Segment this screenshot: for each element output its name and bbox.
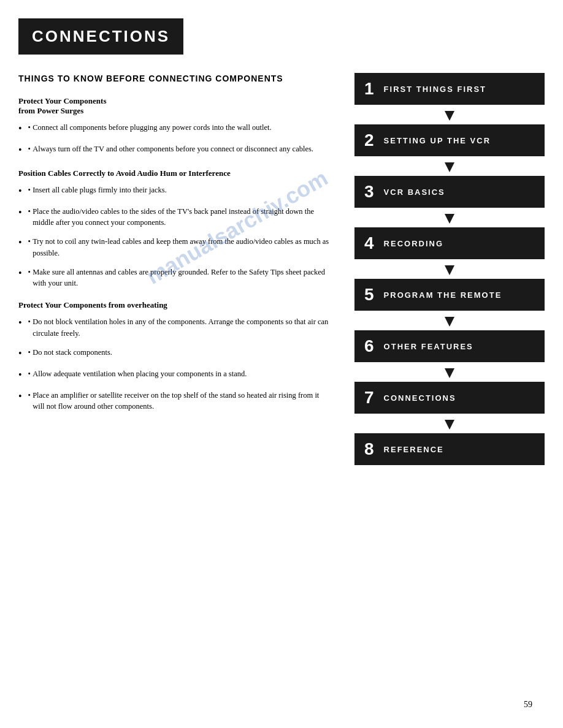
list-item: • Place the audio/video cables to the si…: [18, 206, 330, 229]
svg-marker-5: [445, 368, 454, 378]
arrow-4: [354, 262, 545, 279]
svg-marker-1: [445, 162, 454, 172]
list-item: • Place an amplifier or satellite receiv…: [18, 390, 330, 413]
nav-bar-3[interactable]: 3 VCR BASICS: [354, 176, 545, 208]
nav-number-3: 3: [364, 183, 375, 200]
list-item: • Connect all components before plugging…: [18, 122, 330, 136]
nav-item-5[interactable]: 5 PROGRAM THE REMOTE: [354, 279, 545, 311]
bullet-text: Connect all components before plugging a…: [33, 122, 272, 134]
list-item: • Do not block ventilation holes in any …: [18, 316, 330, 339]
nav-bar-2[interactable]: 2 SETTING UP THE VCR: [354, 124, 545, 156]
bullet-text: Insert all cable plugs firmly into their…: [33, 184, 167, 196]
nav-number-6: 6: [364, 338, 375, 355]
page-header: CONNECTIONS: [18, 18, 183, 55]
nav-label-2: SETTING UP THE VCR: [384, 136, 491, 145]
nav-label-5: PROGRAM THE REMOTE: [384, 290, 502, 300]
bullet-text: Place the audio/video cables to the side…: [33, 206, 330, 229]
nav-label-8: REFERENCE: [384, 445, 444, 454]
bullet-list-2: • Insert all cable plugs firmly into the…: [18, 184, 330, 290]
bullet-text: Do not stack components.: [33, 347, 112, 358]
nav-bar-8[interactable]: 8 REFERENCE: [354, 433, 545, 465]
bullet-icon: •: [28, 122, 33, 134]
bullet-icon: •: [28, 347, 33, 358]
list-item: • Always turn off the TV and other compo…: [18, 143, 330, 157]
page-title: CONNECTIONS: [32, 27, 170, 46]
nav-item-8[interactable]: 8 REFERENCE: [354, 433, 545, 465]
section-title: THINGS TO KNOW BEFORE CONNECTING COMPONE…: [18, 73, 330, 85]
bullet-text: Make sure all antennas and cables are pr…: [33, 267, 330, 290]
list-item: • Make sure all antennas and cables are …: [18, 267, 330, 290]
nav-item-3[interactable]: 3 VCR BASICS: [354, 176, 545, 208]
bullet-text: Allow adequate ventilation when placing …: [33, 368, 247, 380]
bullet-icon: •: [28, 206, 33, 218]
arrow-3: [354, 210, 545, 227]
nav-item-2[interactable]: 2 SETTING UP THE VCR: [354, 124, 545, 156]
svg-marker-4: [445, 317, 454, 327]
svg-marker-6: [445, 420, 454, 430]
list-item: • Insert all cable plugs firmly into the…: [18, 184, 330, 199]
bullet-icon: •: [28, 236, 33, 248]
bullet-icon: •: [28, 267, 33, 278]
bullet-list-1: • Connect all components before plugging…: [18, 122, 330, 157]
bullet-icon: •: [28, 368, 33, 380]
arrow-1: [354, 107, 545, 124]
subsection-title-1: Protect Your Componentsfrom Power Surges: [18, 96, 330, 116]
nav-bar-4[interactable]: 4 RECORDING: [354, 227, 545, 259]
nav-label-4: RECORDING: [384, 239, 443, 248]
nav-bar-7[interactable]: 7 CONNECTIONS: [354, 382, 545, 414]
bullet-text: Try not to coil any twin-lead cables and…: [33, 236, 330, 259]
nav-bar-6[interactable]: 6 OTHER FEATURES: [354, 330, 545, 362]
arrow-6: [354, 365, 545, 382]
nav-bar-5[interactable]: 5 PROGRAM THE REMOTE: [354, 279, 545, 311]
page-number: 59: [524, 700, 532, 710]
svg-marker-3: [445, 265, 454, 275]
list-item: • Allow adequate ventilation when placin…: [18, 368, 330, 382]
nav-label-7: CONNECTIONS: [384, 393, 456, 403]
nav-item-4[interactable]: 4 RECORDING: [354, 227, 545, 259]
bullet-list-3: • Do not block ventilation holes in any …: [18, 316, 330, 412]
arrow-2: [354, 159, 545, 176]
bullet-icon: •: [28, 143, 33, 155]
list-item: • Try not to coil any twin-lead cables a…: [18, 236, 330, 259]
bullet-text: Always turn off the TV and other compone…: [33, 143, 313, 155]
subsection-title-2: Position Cables Correctly to Avoid Audio…: [18, 169, 330, 178]
svg-marker-2: [445, 214, 454, 224]
bullet-icon: •: [28, 184, 33, 196]
nav-number-4: 4: [364, 235, 375, 252]
arrow-7: [354, 416, 545, 433]
nav-number-8: 8: [364, 441, 375, 458]
subsection-title-3: Protect Your Components from overheating: [18, 300, 330, 310]
nav-item-1[interactable]: 1 FIRST THINGS FIRST: [354, 73, 545, 105]
nav-label-1: FIRST THINGS FIRST: [384, 85, 486, 94]
nav-number-5: 5: [364, 286, 375, 303]
left-column: THINGS TO KNOW BEFORE CONNECTING COMPONE…: [18, 73, 336, 468]
nav-label-3: VCR BASICS: [384, 188, 445, 197]
nav-bar-1[interactable]: 1 FIRST THINGS FIRST: [354, 73, 545, 105]
nav-number-2: 2: [364, 132, 375, 149]
right-column: 1 FIRST THINGS FIRST 2 SETTING UP THE VC…: [354, 73, 545, 468]
nav-number-1: 1: [364, 80, 375, 97]
bullet-icon: •: [28, 390, 33, 401]
bullet-text: Do not block ventilation holes in any of…: [33, 316, 330, 339]
list-item: • Do not stack components.: [18, 347, 330, 361]
nav-number-7: 7: [364, 389, 375, 406]
nav-item-6[interactable]: 6 OTHER FEATURES: [354, 330, 545, 362]
nav-item-7[interactable]: 7 CONNECTIONS: [354, 382, 545, 414]
nav-label-6: OTHER FEATURES: [384, 342, 473, 351]
bullet-icon: •: [28, 316, 33, 328]
arrow-5: [354, 313, 545, 330]
svg-marker-0: [445, 111, 454, 121]
bullet-text: Place an amplifier or satellite receiver…: [33, 390, 330, 413]
